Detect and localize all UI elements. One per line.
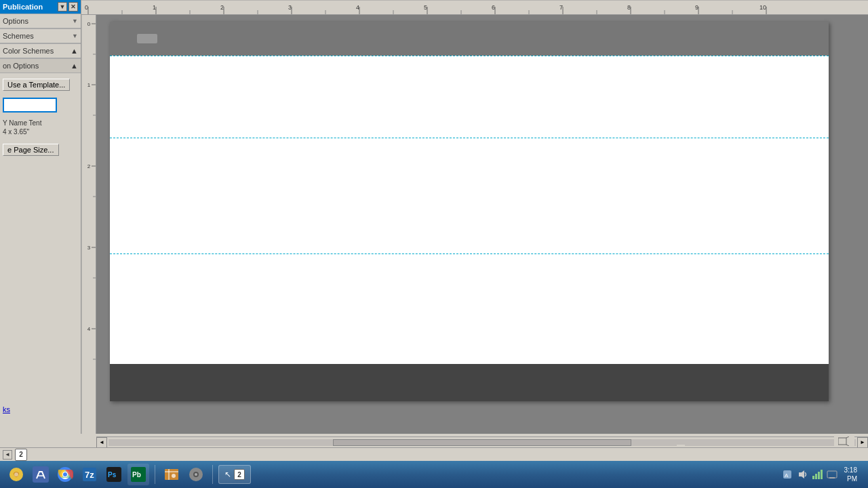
- svg-point-72: [195, 473, 197, 476]
- footer-band: [110, 364, 829, 401]
- status-bar: ◄ 2: [0, 447, 868, 461]
- guide-line-top: [110, 56, 829, 56]
- name-input[interactable]: [3, 98, 57, 113]
- svg-text:8: 8: [627, 4, 631, 11]
- panel-title-controls: ▼ ✕: [58, 2, 78, 12]
- taskbar-icon-photoshop[interactable]: Ps: [103, 464, 125, 485]
- cursor-position: [677, 445, 685, 447]
- svg-text:7: 7: [559, 4, 563, 11]
- svg-text:4: 4: [356, 4, 359, 11]
- svg-text:5: 5: [424, 4, 427, 11]
- svg-text:2: 2: [87, 163, 91, 169]
- svg-text:2: 2: [220, 4, 224, 11]
- section-insertion-options[interactable]: on Options ▲: [0, 58, 81, 73]
- svg-rect-77: [815, 474, 817, 479]
- header-content: [137, 34, 157, 43]
- svg-point-69: [172, 474, 176, 478]
- svg-rect-79: [821, 470, 823, 479]
- section-insertion-options-label: on Options: [3, 62, 39, 70]
- tray-network-icon[interactable]: [812, 469, 823, 480]
- panel-collapse-btn[interactable]: ▼: [58, 2, 67, 12]
- vertical-ruler-svg: 0 1 2 3 4: [81, 0, 96, 434]
- text-input-wrapper: [3, 98, 78, 113]
- panel-close-btn[interactable]: ✕: [68, 2, 78, 12]
- page-number-badge: 2: [15, 449, 27, 461]
- panel-title-bar: Publication ▼ ✕: [0, 0, 81, 14]
- taskbar: 7z Ps Pb: [0, 461, 868, 488]
- clock-time: 3:18: [844, 466, 857, 474]
- taskbar-icon-publisher[interactable]: Pb: [127, 464, 149, 485]
- svg-line-51: [846, 445, 849, 446]
- horizontal-ruler-svg: 0 1 2 3 4 5 6 7 8 9 10: [81, 0, 868, 14]
- svg-rect-54: [33, 466, 49, 483]
- taskbar-active-task[interactable]: ↖ 2: [218, 465, 251, 484]
- tray-icon-1[interactable]: A: [782, 469, 793, 480]
- section-schemes[interactable]: Schemes ▼: [0, 28, 81, 43]
- document-page: [110, 22, 829, 401]
- tray-speaker-icon[interactable]: [797, 469, 808, 480]
- name-tent-label: Y Name Tent: [3, 119, 78, 127]
- svg-text:Pb: Pb: [132, 471, 141, 479]
- scrollbar-track: [108, 439, 856, 446]
- svg-text:0: 0: [87, 21, 91, 27]
- guide-line-lower: [110, 253, 829, 254]
- guide-line-middle: [110, 138, 829, 138]
- status-bar-arrow-left[interactable]: ◄: [3, 450, 12, 460]
- template-button[interactable]: Use a Template...: [3, 79, 70, 91]
- svg-text:0: 0: [85, 4, 88, 11]
- system-clock: 3:18 PM: [842, 466, 860, 483]
- svg-text:1: 1: [153, 4, 156, 11]
- svg-text:7z: 7z: [85, 470, 94, 480]
- template-btn-wrapper: Use a Template...: [3, 77, 78, 92]
- section-color-schemes-label: Color Schemes: [3, 47, 54, 55]
- svg-point-53: [14, 472, 18, 476]
- svg-text:10: 10: [760, 4, 766, 11]
- svg-text:Ps: Ps: [108, 471, 117, 479]
- taskbar-icon-colorpicker[interactable]: [5, 464, 27, 485]
- taskbar-separator-2: [212, 465, 213, 484]
- svg-text:6: 6: [492, 4, 495, 11]
- horizontal-ruler: 0 1 2 3 4 5 6 7 8 9 10: [81, 0, 868, 15]
- taskbar-icon-disk[interactable]: [185, 464, 207, 485]
- horizontal-scrollbar: ◄ ►: [96, 436, 868, 447]
- taskbar-icon-chrome[interactable]: [54, 464, 76, 485]
- svg-rect-76: [812, 476, 814, 479]
- svg-marker-75: [799, 470, 804, 479]
- tray-desktop-icon[interactable]: [827, 469, 837, 480]
- svg-rect-78: [818, 472, 820, 479]
- canvas-area: [96, 15, 868, 434]
- clock-ampm: PM: [844, 474, 857, 483]
- taskbar-icon-pen-tool[interactable]: [30, 464, 52, 485]
- scrollbar-thumb[interactable]: [333, 439, 632, 446]
- section-color-schemes-arrow: ▲: [71, 47, 78, 55]
- svg-rect-80: [827, 471, 837, 478]
- section-options-arrow: ▼: [72, 18, 78, 24]
- taskbar-separator-1: [155, 465, 155, 484]
- sidebar-panel: Publication ▼ ✕ Options ▼ Schemes ▼ Colo…: [0, 0, 81, 434]
- taskbar-icon-address[interactable]: [161, 464, 182, 485]
- svg-text:3: 3: [87, 245, 91, 251]
- section-options-label: Options: [3, 17, 28, 25]
- cursor-arrow-icon: ↖: [224, 470, 231, 479]
- svg-text:1: 1: [87, 82, 91, 88]
- content-area-middle: [110, 138, 829, 253]
- panel-title: Publication: [3, 3, 43, 11]
- scroll-right-btn[interactable]: ►: [857, 437, 868, 448]
- section-options[interactable]: Options ▼: [0, 14, 81, 28]
- scroll-left-btn[interactable]: ◄: [96, 437, 107, 448]
- task-page-badge: 2: [234, 469, 245, 480]
- resize-icon: [838, 436, 850, 446]
- svg-text:3: 3: [288, 4, 292, 11]
- svg-rect-49: [838, 438, 846, 445]
- svg-rect-66: [165, 469, 178, 480]
- svg-text:4: 4: [87, 326, 91, 332]
- taskbar-tray: A 3:18 PM: [782, 466, 865, 483]
- taskbar-icon-7zip[interactable]: 7z: [79, 464, 100, 485]
- page-number: 2: [19, 451, 23, 458]
- size-label: 4 x 3.65": [3, 128, 78, 136]
- svg-text:A: A: [785, 472, 789, 479]
- size-display: [834, 435, 854, 447]
- section-color-schemes[interactable]: Color Schemes ▲: [0, 43, 81, 58]
- page-size-button[interactable]: e Page Size...: [3, 144, 59, 156]
- tasks-link[interactable]: ks: [3, 405, 10, 413]
